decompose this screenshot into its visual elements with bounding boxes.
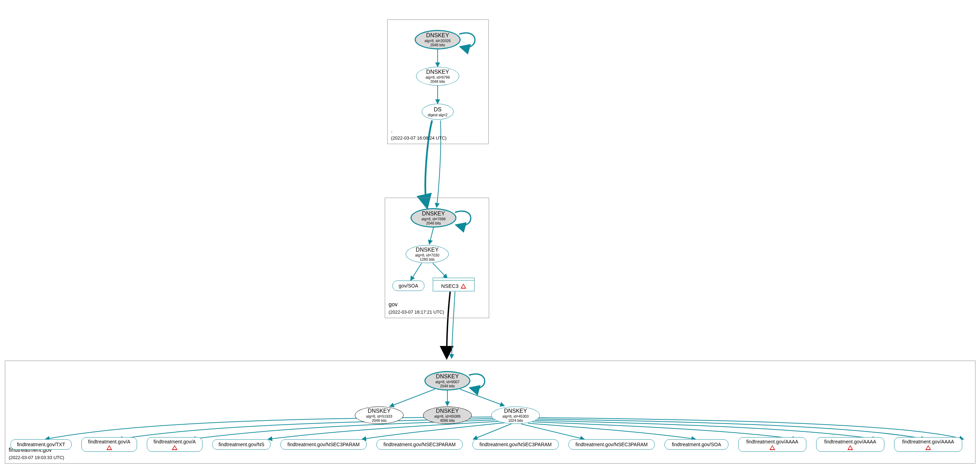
- rrset-label: findtreatment.gov/AAAA: [746, 439, 798, 444]
- rrset-ft-n3p-1[interactable]: findtreatment.gov/NSEC3PARAM: [280, 439, 367, 450]
- dnskey-bits: 1024 bits: [508, 418, 523, 422]
- rrset-label: findtreatment.gov/NSEC3PARAM: [383, 442, 456, 447]
- dnskey-title: DNSKEY: [416, 247, 439, 253]
- rrset-ft-n3p-3[interactable]: findtreatment.gov/NSEC3PARAM: [473, 439, 559, 450]
- rrset-ft-soa[interactable]: findtreatment.gov/SOA: [665, 439, 729, 450]
- ds-sub: digest alg=2: [428, 113, 448, 117]
- dnskey-title: DNSKEY: [426, 69, 449, 75]
- rrset-nsec3[interactable]: NSEC3: [433, 278, 474, 291]
- dnskey-gov-ksk[interactable]: DNSKEY alg=8, id=7698 2048 bits: [410, 208, 457, 228]
- rrset-ft-n3p-4[interactable]: findtreatment.gov/NSEC3PARAM: [568, 439, 655, 450]
- rrset-label: findtreatment.gov/A: [88, 439, 130, 444]
- dnskey-title: DNSKEY: [426, 32, 449, 39]
- dnskey-bits: 2048 bits: [372, 418, 387, 422]
- warning-icon: [107, 445, 112, 450]
- rrset-label: gov/SOA: [399, 283, 418, 288]
- rrset-label: findtreatment.gov/A: [153, 439, 196, 444]
- dnskey-title: DNSKEY: [504, 408, 527, 414]
- dnskey-bits: 2048 bits: [440, 384, 455, 388]
- warning-icon: [925, 445, 931, 450]
- dnskey-ft-45303[interactable]: DNSKEY alg=8, id=45303 1024 bits: [491, 406, 540, 424]
- dnskey-sub: alg=8, id=51933: [366, 414, 392, 418]
- dnskey-bits: 2048 bits: [430, 43, 445, 47]
- warning-icon: [770, 445, 775, 450]
- dnskey-title: DNSKEY: [436, 373, 459, 380]
- dnskey-bits: 2048 bits: [430, 80, 445, 84]
- warning-icon: [848, 445, 853, 450]
- dnskey-bits: 2048 bits: [426, 221, 441, 225]
- rrset-ft-ns[interactable]: findtreatment.gov/NS: [212, 439, 270, 450]
- zone-gov-name: gov: [388, 301, 398, 307]
- warning-icon: [172, 445, 177, 450]
- dnskey-sub: alg=8, id=20326: [425, 39, 450, 43]
- dnskey-sub: alg=8, id=9799: [425, 75, 449, 80]
- zone-root-name: .: [391, 127, 392, 133]
- nsec3-label: NSEC3: [441, 283, 458, 289]
- dnskey-title: DNSKEY: [436, 408, 459, 414]
- rrset-ft-aaaa-2[interactable]: findtreatment.gov/AAAA: [816, 437, 885, 452]
- zone-root-ts: (2022-03-07 16:08:24 UTC): [391, 135, 447, 141]
- dnskey-root-zsk[interactable]: DNSKEY alg=8, id=9799 2048 bits: [416, 67, 459, 86]
- dnskey-root-ksk[interactable]: DNSKEY alg=8, id=20326 2048 bits: [415, 30, 461, 49]
- dnskey-bits: 4096 bits: [440, 418, 455, 422]
- dnskey-sub: alg=8, id=45303: [502, 414, 528, 418]
- rrset-ft-txt[interactable]: findtreatment.gov/TXT: [10, 439, 72, 450]
- rrset-ft-a-2[interactable]: findtreatment.gov/A: [147, 437, 202, 452]
- dnskey-gov-zsk[interactable]: DNSKEY alg=8, id=7030 1280 bits: [406, 245, 449, 263]
- rrset-gov-soa[interactable]: gov/SOA: [392, 280, 425, 291]
- warning-icon: [461, 283, 466, 288]
- rrset-label: findtreatment.gov/AAAA: [902, 439, 954, 444]
- dnssec-diagram: . (2022-03-07 16:08:24 UTC) DNSKEY alg=8…: [0, 0, 980, 465]
- dnskey-ft-ksk[interactable]: DNSKEY alg=8, id=9007 2048 bits: [425, 371, 470, 390]
- nsec3-body: NSEC3: [433, 280, 474, 291]
- zone-gov-label: gov (2022-03-07 16:17:21 UTC): [388, 301, 444, 316]
- dnskey-sub: alg=8, id=7698: [421, 217, 445, 221]
- rrset-label: findtreatment.gov/AAAA: [824, 439, 876, 444]
- rrset-label: findtreatment.gov/NSEC3PARAM: [575, 442, 648, 447]
- dnskey-ft-65089[interactable]: DNSKEY alg=8, id=65089 4096 bits: [423, 406, 472, 424]
- rrset-label: findtreatment.gov/SOA: [672, 442, 721, 447]
- rrset-label: findtreatment.gov/NS: [218, 442, 264, 447]
- rrset-label: findtreatment.gov/TXT: [17, 442, 65, 447]
- dnskey-sub: alg=8, id=7030: [415, 253, 439, 257]
- rrset-ft-aaaa-1[interactable]: findtreatment.gov/AAAA: [738, 437, 807, 452]
- dnskey-ft-51933[interactable]: DNSKEY alg=8, id=51933 2048 bits: [355, 406, 404, 424]
- dnskey-bits: 1280 bits: [420, 257, 435, 261]
- rrset-ft-aaaa-3[interactable]: findtreatment.gov/AAAA: [894, 437, 962, 452]
- nsec3-top-bar: [433, 278, 474, 280]
- ds-root-gov[interactable]: DS digest alg=2: [422, 104, 453, 120]
- dnskey-sub: alg=8, id=65089: [434, 414, 460, 418]
- rrset-ft-a-1[interactable]: findtreatment.gov/A: [81, 437, 137, 452]
- dnskey-title: DNSKEY: [422, 210, 445, 217]
- rrset-label: findtreatment.gov/NSEC3PARAM: [479, 442, 552, 447]
- ds-title: DS: [434, 107, 441, 113]
- rrset-label: findtreatment.gov/NSEC3PARAM: [287, 442, 360, 447]
- dnskey-sub: alg=8, id=9007: [435, 380, 459, 384]
- dnskey-title: DNSKEY: [368, 408, 391, 414]
- rrset-ft-n3p-2[interactable]: findtreatment.gov/NSEC3PARAM: [376, 439, 463, 450]
- zone-ft-ts: (2022-03-07 19:03:33 UTC): [9, 455, 64, 460]
- zone-gov-ts: (2022-03-07 16:17:21 UTC): [388, 309, 444, 315]
- zone-root-label: . (2022-03-07 16:08:24 UTC): [391, 127, 447, 142]
